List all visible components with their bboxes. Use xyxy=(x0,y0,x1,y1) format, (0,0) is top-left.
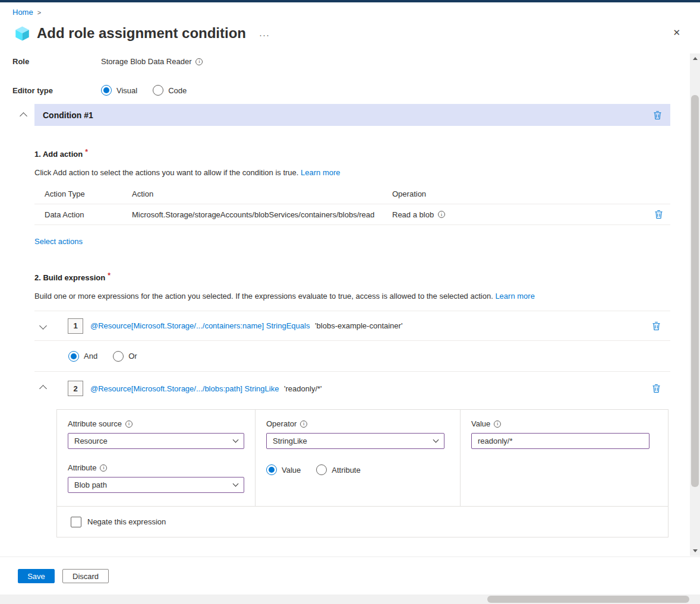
more-options-button[interactable]: ··· xyxy=(259,30,270,40)
condition-title: Condition #1 xyxy=(43,110,93,120)
value-type-value-label: Value xyxy=(282,466,301,475)
negate-expression-checkbox[interactable] xyxy=(71,517,81,527)
editor-type-visual-radio[interactable]: Visual xyxy=(101,85,137,96)
page-title: Add role assignment condition xyxy=(37,25,246,42)
discard-button[interactable]: Discard xyxy=(62,569,109,583)
footer-action-bar: Save Discard xyxy=(0,556,700,594)
radio-selected-icon xyxy=(266,464,277,475)
attribute-source-dropdown[interactable]: Resource xyxy=(68,433,244,449)
select-actions-link[interactable]: Select actions xyxy=(34,237,83,246)
radio-selected-icon xyxy=(101,85,112,96)
build-expression-description: Build one or more expressions for the ac… xyxy=(34,292,670,301)
operator-cell: Operator i StringLike Value xyxy=(256,409,461,507)
arrow-up-icon xyxy=(693,57,698,60)
radio-unselected-icon xyxy=(316,464,327,475)
editor-type-code-label: Code xyxy=(168,86,187,95)
vertical-scrollbar-thumb[interactable] xyxy=(691,95,699,487)
logical-operator-row: And Or xyxy=(34,341,670,372)
trash-icon xyxy=(653,110,662,120)
actions-table-header: Action Type Action Operation xyxy=(34,184,670,204)
logical-or-label: Or xyxy=(128,352,137,360)
info-icon[interactable]: i xyxy=(438,211,445,218)
condition-header[interactable]: Condition #1 xyxy=(34,104,670,126)
expression-2-number: 2 xyxy=(68,381,83,396)
info-icon[interactable]: i xyxy=(125,420,133,428)
condition-collapse-button[interactable] xyxy=(21,112,26,121)
column-header-operation: Operation xyxy=(392,189,644,198)
value-type-attribute-radio[interactable]: Attribute xyxy=(316,464,360,475)
expression-row-1: 1 @Resource[Microsoft.Storage/.../contai… xyxy=(34,311,670,341)
delete-action-button[interactable] xyxy=(654,210,663,219)
expression-1-value: 'blobs-example-container' xyxy=(315,321,402,330)
actions-table: Action Type Action Operation Data Action… xyxy=(34,184,670,225)
logical-or-radio[interactable]: Or xyxy=(113,351,137,362)
expression-2-collapse-button[interactable] xyxy=(40,384,50,393)
chevron-down-icon xyxy=(433,437,439,443)
chevron-up-icon xyxy=(20,112,27,120)
info-icon[interactable]: i xyxy=(100,464,107,472)
attribute-source-label: Attribute source i xyxy=(68,419,244,428)
expression-1-operator-link[interactable]: StringEquals xyxy=(266,321,310,330)
role-row: Role Storage Blob Data Reader i xyxy=(12,57,690,66)
expression-row-2: 2 @Resource[Microsoft.Storage/.../blobs:… xyxy=(34,372,670,405)
negate-expression-row: Negate this expression xyxy=(56,507,669,537)
add-action-description: Click Add action to select the actions y… xyxy=(34,168,670,177)
attribute-selected-value: Blob path xyxy=(74,480,107,489)
required-asterisk: * xyxy=(108,271,111,280)
horizontal-scrollbar[interactable] xyxy=(0,594,700,604)
operator-dropdown[interactable]: StringLike xyxy=(266,433,444,449)
expression-editor-panel: Attribute source i Resource Attribute i xyxy=(56,409,669,507)
expression-2-attribute-link[interactable]: @Resource[Microsoft.Storage/.../blobs:pa… xyxy=(90,384,242,393)
expression-1-summary: @Resource[Microsoft.Storage/.../containe… xyxy=(90,321,402,330)
value-cell: Value i xyxy=(461,409,669,507)
save-button[interactable]: Save xyxy=(18,569,55,583)
table-row: Data Action Microsoft.Storage/storageAcc… xyxy=(34,204,670,225)
logical-and-radio[interactable]: And xyxy=(68,351,97,362)
value-input[interactable] xyxy=(471,433,649,449)
chevron-down-icon xyxy=(233,437,239,443)
cell-operation: Read a blob i xyxy=(392,210,644,219)
editor-type-visual-label: Visual xyxy=(116,86,137,95)
attribute-label: Attribute i xyxy=(68,463,244,472)
trash-icon xyxy=(654,210,663,219)
negate-expression-label: Negate this expression xyxy=(87,517,166,526)
role-value: Storage Blob Data Reader i xyxy=(101,57,203,66)
page-title-bar: Add role assignment condition ··· ✕ xyxy=(14,23,700,44)
attribute-dropdown[interactable]: Blob path xyxy=(68,477,244,493)
build-expression-learn-more-link[interactable]: Learn more xyxy=(495,292,534,301)
breadcrumb-home-link[interactable]: Home xyxy=(12,8,33,17)
attribute-source-label-text: Attribute source xyxy=(68,419,122,428)
info-icon[interactable]: i xyxy=(300,420,307,428)
info-icon[interactable]: i xyxy=(196,58,203,65)
value-label-text: Value xyxy=(471,419,490,428)
expression-1-expand-button[interactable] xyxy=(40,321,50,330)
value-type-radios: Value Attribute xyxy=(266,464,449,475)
editor-type-code-radio[interactable]: Code xyxy=(153,85,187,96)
expression-1-attribute-link[interactable]: @Resource[Microsoft.Storage/.../containe… xyxy=(90,321,264,330)
radio-unselected-icon xyxy=(153,85,163,96)
chevron-down-icon xyxy=(39,322,47,330)
column-header-action: Action xyxy=(132,189,392,198)
content-scroll-area: Role Storage Blob Data Reader i Editor t… xyxy=(0,53,690,556)
expression-2-operator-link[interactable]: StringLike xyxy=(245,384,279,393)
chevron-up-icon xyxy=(39,385,47,393)
horizontal-scrollbar-thumb[interactable] xyxy=(487,596,689,603)
delete-expression-2-button[interactable] xyxy=(652,384,661,393)
cell-action-type: Data Action xyxy=(34,210,132,219)
operator-selected-value: StringLike xyxy=(273,437,307,445)
radio-unselected-icon xyxy=(113,351,124,362)
info-icon[interactable]: i xyxy=(494,420,501,428)
condition-cube-icon xyxy=(14,26,30,42)
editor-type-row: Editor type Visual Code xyxy=(12,85,690,96)
value-type-value-radio[interactable]: Value xyxy=(266,464,301,475)
scroll-up-arrow[interactable] xyxy=(690,53,700,64)
azure-top-bar xyxy=(0,0,700,2)
close-button[interactable]: ✕ xyxy=(673,27,680,38)
vertical-scrollbar[interactable] xyxy=(690,53,700,556)
delete-expression-1-button[interactable] xyxy=(652,321,661,331)
attribute-source-selected-value: Resource xyxy=(74,437,108,445)
scroll-down-arrow[interactable] xyxy=(690,546,700,556)
delete-condition-button[interactable] xyxy=(653,110,662,120)
expression-list: 1 @Resource[Microsoft.Storage/.../contai… xyxy=(34,311,670,537)
add-action-learn-more-link[interactable]: Learn more xyxy=(301,168,340,177)
